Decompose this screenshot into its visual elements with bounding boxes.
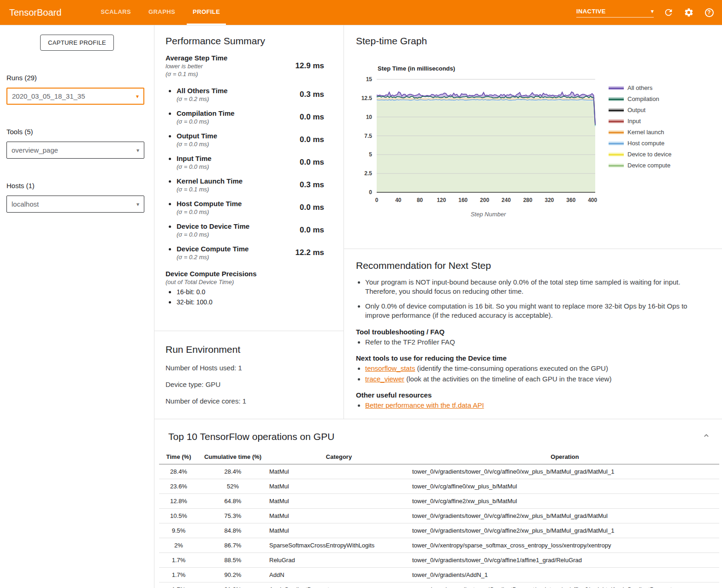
- bullet-icon: [169, 158, 171, 160]
- ops-cell-time: 28.4%: [159, 464, 198, 479]
- runs-dropdown[interactable]: 2020_03_05_18_31_35 ▾: [6, 88, 144, 105]
- ops-cell-category: ApplyGradientDescent: [267, 582, 410, 588]
- metric-sigma: (σ = 0.2 ms): [177, 95, 228, 102]
- svg-text:160: 160: [458, 197, 468, 203]
- metric-label: Device Compute Time: [177, 245, 249, 253]
- metric-label: Device to Device Time: [177, 222, 249, 230]
- table-row: 12.8%64.8%MatMultower_0/v/cg/affine2/xw_…: [159, 494, 719, 509]
- svg-text:0: 0: [375, 197, 379, 203]
- legend-swatch-icon: [609, 141, 624, 146]
- sidebar-selectors: Runs (29) 2020_03_05_18_31_35 ▾ Tools (5…: [0, 74, 154, 213]
- legend-label: Device compute: [627, 162, 670, 169]
- recommendation-section: Recommendation for Next Step Your progra…: [344, 249, 722, 412]
- chevron-down-icon: ▾: [136, 147, 139, 154]
- bullet-icon: [169, 135, 171, 137]
- ops-cell-time: 1.7%: [159, 582, 198, 588]
- gear-icon[interactable]: [683, 7, 694, 18]
- resource-link[interactable]: Better performance with the tf.data API: [365, 401, 484, 409]
- legend-label: Host compute: [627, 140, 664, 147]
- bullet-icon: [169, 226, 171, 228]
- perf-metric: Device Compute Time (σ = 0.2 ms) 12.2 ms: [166, 245, 330, 261]
- metric-sigma: (σ = 0.0 ms): [177, 163, 212, 170]
- svg-text:240: 240: [502, 197, 511, 203]
- average-step-time: Average Step Time lower is better (σ = 0…: [166, 54, 330, 77]
- device-compute-precisions: Device Compute Precisions (out of Total …: [166, 270, 330, 306]
- status-dropdown[interactable]: INACTIVE ▾: [576, 8, 654, 18]
- metric-sigma: (σ = 0.0 ms): [177, 118, 235, 125]
- list-item: Only 0.0% of device computation is 16 bi…: [365, 302, 704, 320]
- metric-label: All Others Time: [177, 87, 228, 95]
- tool-link[interactable]: tensorflow_stats: [365, 364, 415, 372]
- ops-cell-cumulative: 52%: [198, 479, 267, 494]
- bullet-icon: [169, 203, 171, 205]
- tool-link[interactable]: trace_viewer: [365, 375, 404, 383]
- selector-value: localhost: [12, 200, 39, 208]
- chevron-down-icon: ▾: [136, 93, 139, 100]
- svg-text:280: 280: [523, 197, 533, 203]
- svg-text:200: 200: [480, 197, 489, 203]
- refresh-icon[interactable]: [663, 7, 674, 18]
- ops-cell-cumulative: 84.8%: [198, 523, 267, 538]
- table-row: 9.5%84.8%MatMultower_0/v/gradients/tower…: [159, 523, 719, 538]
- step-time-graph-title: Step-time Graph: [356, 36, 713, 47]
- sidebar: CAPTURE PROFILE Runs (29) 2020_03_05_18_…: [0, 25, 154, 588]
- metric-value: 0.0 ms: [300, 203, 330, 212]
- ops-column-header: Cumulative time (%): [198, 450, 267, 464]
- perf-metric: Output Time (σ = 0.0 ms) 0.0 ms: [166, 132, 330, 148]
- ops-cell-cumulative: 88.5%: [198, 553, 267, 568]
- metric-value: 0.0 ms: [300, 113, 330, 122]
- legend-item: Output: [609, 107, 671, 113]
- legend-item: Compilation: [609, 95, 671, 102]
- ops-cell-category: MatMul: [267, 494, 410, 509]
- ops-column-header: Operation: [410, 450, 719, 464]
- app-title: TensorBoard: [9, 7, 61, 18]
- chevron-up-icon[interactable]: [702, 431, 711, 442]
- legend-swatch-icon: [609, 85, 624, 91]
- metric-label: Average Step Time: [166, 54, 227, 62]
- ops-cell-time: 9.5%: [159, 523, 198, 538]
- step-time-chart: 02.557.51012.515040801201602002402803203…: [356, 75, 602, 206]
- navbar-controls: INACTIVE ▾ ?: [576, 0, 715, 25]
- selector-label: Tools (5): [6, 128, 144, 136]
- svg-text:400: 400: [588, 197, 597, 203]
- ops-cell-cumulative: 64.8%: [198, 494, 267, 509]
- chevron-down-icon: ▾: [136, 201, 139, 208]
- metric-sigma: (σ = 0.1 ms): [166, 71, 227, 77]
- svg-text:80: 80: [417, 197, 423, 203]
- run-environment-section: Run Environment Number of Hosts used: 1D…: [154, 331, 343, 405]
- tab-graphs[interactable]: GRAPHS: [142, 0, 181, 25]
- tab-scalars[interactable]: SCALARS: [95, 0, 137, 25]
- capture-profile-button[interactable]: CAPTURE PROFILE: [40, 35, 114, 51]
- tool-item: trace_viewer (look at the activities on …: [365, 375, 704, 383]
- tab-profile[interactable]: PROFILE: [187, 0, 226, 25]
- resource-item: Better performance with the tf.data API: [365, 401, 704, 409]
- table-row: 1.7%90.2%AddNtower_0/v/gradients/AddN_1: [159, 568, 719, 582]
- tool-item: tensorflow_stats (identify the time-cons…: [365, 364, 704, 372]
- top-ops-table: Time (%)Cumulative time (%)CategoryOpera…: [159, 450, 719, 588]
- question-mark-icon: ?: [705, 8, 714, 17]
- ops-cell-time: 1.7%: [159, 568, 198, 582]
- legend-item: Kernel launch: [609, 129, 671, 136]
- table-row: 1.7%88.5%ReluGradtower_0/v/gradients/tow…: [159, 553, 719, 568]
- top-ops-section: Top 10 TensorFlow operations on GPU Time…: [154, 419, 722, 588]
- bullet-icon: [169, 301, 171, 303]
- metric-value: 0.0 ms: [300, 226, 330, 235]
- perf-metric: Kernel Launch Time (σ = 0.1 ms) 0.3 ms: [166, 177, 330, 193]
- perf-metric: All Others Time (σ = 0.2 ms) 0.3 ms: [166, 87, 330, 102]
- svg-text:40: 40: [395, 197, 402, 203]
- tools-dropdown[interactable]: overview_page ▾: [6, 142, 144, 159]
- metric-list: All Others Time (σ = 0.2 ms) 0.3 ms Comp…: [166, 87, 330, 261]
- legend-label: Device to device: [627, 151, 671, 158]
- svg-text:12.5: 12.5: [361, 95, 373, 101]
- ops-cell-operation: tower_0/v/xentropy/sparse_softmax_cross_…: [410, 538, 719, 553]
- metric-value: 12.9 ms: [296, 61, 330, 71]
- hosts-dropdown[interactable]: localhost ▾: [6, 196, 144, 213]
- svg-text:0: 0: [369, 189, 372, 196]
- ops-cell-operation: tower_0/v/cg/affine2/xw_plus_b/MatMul: [410, 494, 719, 509]
- ops-cell-time: 1.7%: [159, 553, 198, 568]
- ops-column-header: Category: [267, 450, 410, 464]
- help-icon[interactable]: ?: [704, 7, 715, 18]
- ops-cell-operation: tower_0/v/gradients/tower_0/v/cg/affine2…: [410, 509, 719, 523]
- precision-item: 32-bit: 100.0: [166, 298, 330, 306]
- ops-cell-category: MatMul: [267, 479, 410, 494]
